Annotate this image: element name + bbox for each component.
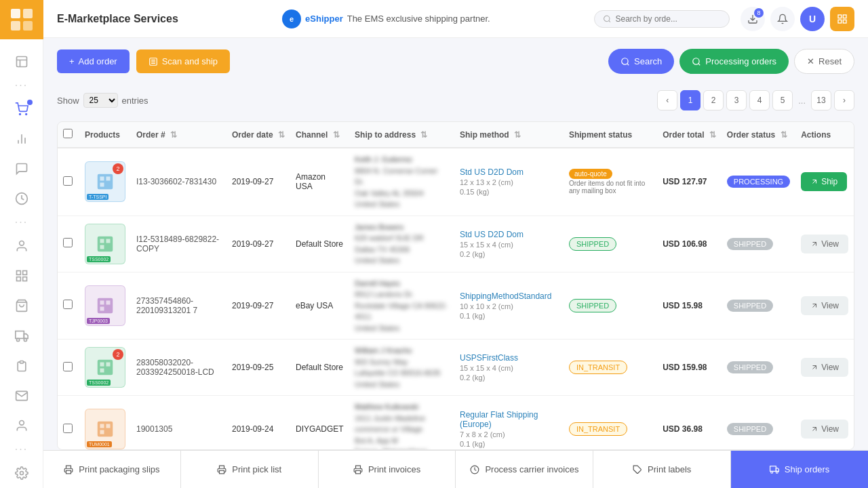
entries-select[interactable]: 2550100 [83, 93, 118, 108]
action-bar: + Add order Scan and ship Search Process… [57, 49, 854, 74]
page-3-button[interactable]: 3 [726, 90, 747, 110]
sidebar-item-email[interactable] [8, 384, 35, 408]
app-logo[interactable] [0, 0, 43, 39]
sidebar-item-analytics[interactable] [8, 127, 35, 151]
svg-rect-3 [23, 21, 33, 30]
shipment-status-cell: auto-quoteOrder items do not fit into an… [564, 148, 657, 216]
action-bar-right: Search Processing orders ✕ Reset [608, 49, 854, 74]
orders-table-wrapper: Products Order # ⇅ Order date ⇅ Channel … [57, 121, 854, 450]
print-invoices-button[interactable]: Print invoices [319, 451, 456, 488]
col-ship-method[interactable]: Ship method ⇅ [454, 122, 564, 148]
download-button[interactable]: 8 [741, 7, 765, 31]
process-carrier-button[interactable]: Process carrier invoices [456, 451, 593, 488]
sidebar-item-cart[interactable] [8, 97, 35, 121]
col-order-num[interactable]: Order # ⇅ [131, 122, 226, 148]
row-checkbox[interactable] [63, 424, 73, 433]
app-title: E-Marketplace Services [57, 13, 178, 25]
prev-page-button[interactable]: ‹ [657, 90, 677, 110]
sidebar-item-clipboard[interactable] [8, 354, 35, 378]
processing-orders-button[interactable]: Processing orders [679, 49, 789, 74]
row-checkbox[interactable] [63, 238, 73, 247]
col-ship-address[interactable]: Ship to address ⇅ [349, 122, 454, 148]
view-button[interactable]: View [801, 296, 848, 315]
avatar[interactable]: U [800, 7, 825, 31]
search-input[interactable] [616, 14, 721, 24]
sidebar-item-history[interactable] [8, 186, 35, 211]
grid-menu-button[interactable] [830, 7, 854, 31]
next-page-button[interactable]: › [834, 90, 854, 110]
ship-address: James Bowers 620 waldorf SUE DR Dallas T… [349, 216, 454, 272]
notifications-button[interactable] [770, 7, 795, 31]
svg-rect-72 [220, 470, 224, 474]
sidebar-item-person[interactable] [8, 413, 35, 438]
svg-point-19 [16, 338, 19, 341]
col-channel[interactable]: Channel ⇅ [290, 122, 349, 148]
svg-line-33 [627, 63, 629, 65]
main-area: E-Marketplace Services e eShipper The EM… [43, 0, 868, 488]
order-number: I12-5318489-6829822-COPY [131, 216, 226, 272]
page-13-button[interactable]: 13 [811, 90, 831, 110]
svg-rect-43 [106, 239, 111, 243]
printer-icon-1 [64, 465, 73, 474]
sidebar-item-grid[interactable] [8, 264, 35, 288]
sidebar-item-chat[interactable] [8, 157, 35, 181]
sidebar-item-users[interactable] [8, 234, 35, 258]
svg-rect-39 [100, 183, 104, 187]
printer-icon-2 [217, 465, 226, 474]
page-4-button[interactable]: 4 [749, 90, 770, 110]
col-order-total[interactable]: Order total ⇅ [657, 122, 722, 148]
view-button[interactable]: View [801, 358, 848, 377]
reset-button[interactable]: ✕ Reset [794, 49, 854, 74]
ship-method-cell: ShippingMethodStandard 10 x 10 x 2 (cm) … [460, 291, 558, 320]
view-button[interactable]: View [801, 235, 848, 253]
ship-orders-button[interactable]: Ship orders [731, 451, 868, 488]
pagination: ‹ 1 2 3 4 5 ... 13 › [657, 85, 854, 116]
svg-rect-29 [838, 20, 842, 23]
eshipper-logo: e [282, 9, 301, 28]
ship-button[interactable]: Ship [801, 172, 847, 191]
actions-cell: View [795, 216, 854, 272]
svg-rect-73 [355, 470, 360, 474]
search-button[interactable]: Search [608, 49, 674, 74]
svg-point-78 [771, 471, 773, 473]
view-button[interactable]: View [801, 420, 848, 439]
sidebar-item-shipping[interactable] [8, 323, 35, 348]
add-order-button[interactable]: + Add order [57, 49, 130, 73]
search-box[interactable] [594, 10, 730, 28]
svg-line-55 [813, 366, 816, 369]
sidebar-item-shop[interactable] [8, 293, 35, 318]
sidebar-item-settings[interactable] [8, 461, 35, 485]
order-number: 19001305 [131, 396, 226, 451]
order-number: I13-3036602-7831430 [131, 148, 226, 216]
row-checkbox[interactable] [63, 362, 73, 371]
svg-rect-13 [22, 271, 26, 275]
print-labels-button[interactable]: Print labels [593, 451, 731, 488]
reset-icon: ✕ [807, 56, 814, 66]
order-status-cell: SHIPPED [722, 216, 795, 272]
order-number: 283058032020-2033924250018-LCD [131, 340, 226, 396]
svg-point-34 [693, 58, 699, 64]
svg-rect-14 [16, 277, 20, 281]
svg-line-60 [813, 428, 816, 431]
process-icon [470, 465, 479, 474]
channel: Default Store [290, 340, 349, 396]
svg-rect-37 [100, 177, 104, 181]
ship-address: Darrell Hayes 8912 Landons Dr. Rockdale … [349, 272, 454, 340]
col-order-status[interactable]: Order status ⇅ [722, 122, 795, 148]
col-order-date[interactable]: Order date ⇅ [226, 122, 290, 148]
page-5-button[interactable]: 5 [772, 90, 793, 110]
ship-address: Keith J. Gutierrez 8804 N. Comerse Comer… [349, 148, 454, 216]
scan-ship-button[interactable]: Scan and ship [136, 49, 230, 73]
page-1-button[interactable]: 1 [680, 90, 701, 110]
ship-address: Matthew Kutkowski 1611 Justin Madeline c… [349, 396, 454, 451]
sidebar-item-orders[interactable] [8, 49, 35, 74]
row-checkbox[interactable] [63, 300, 73, 309]
svg-point-20 [24, 338, 26, 341]
ship-method-cell: Std US D2D Dom 12 x 13 x 2 (cm) 0.15 (kg… [460, 167, 558, 196]
select-all-checkbox[interactable] [63, 129, 73, 138]
page-2-button[interactable]: 2 [703, 90, 724, 110]
ship-method-cell: Regular Flat Shipping (Europe) 7 x 8 x 2… [460, 410, 558, 448]
print-pick-button[interactable]: Print pick list [181, 451, 319, 488]
row-checkbox[interactable] [63, 176, 73, 186]
print-packaging-button[interactable]: Print packaging slips [43, 451, 181, 488]
